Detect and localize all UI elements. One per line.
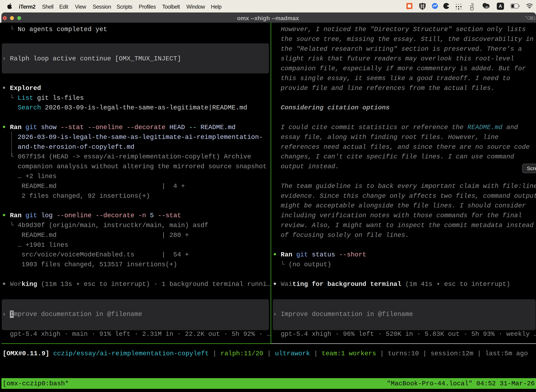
svg-text:1: 1 [533,16,535,21]
svg-text:..61: ..61 [484,5,488,9]
